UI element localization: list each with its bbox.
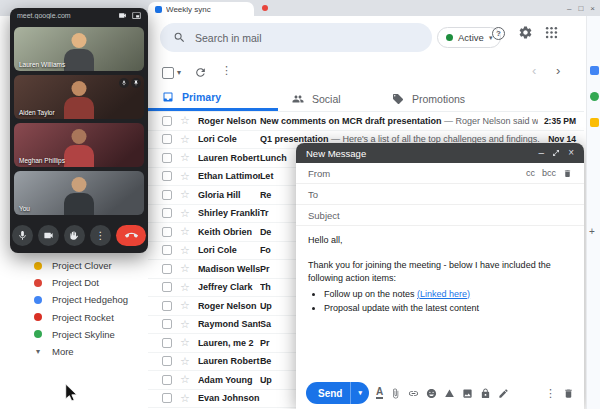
insert-link-button[interactable]: [408, 388, 419, 399]
close-icon[interactable]: ×: [568, 148, 574, 158]
insert-signature-button[interactable]: [498, 388, 509, 399]
email-checkbox[interactable]: [162, 393, 172, 403]
email-checkbox[interactable]: [162, 375, 172, 385]
formatting-button[interactable]: A: [376, 387, 383, 399]
mic-button[interactable]: [12, 225, 33, 246]
tab-primary[interactable]: Primary: [148, 86, 278, 111]
star-icon[interactable]: ☆: [180, 208, 190, 219]
email-checkbox[interactable]: [162, 282, 172, 292]
labels-more-button[interactable]: ▾ More: [34, 343, 152, 360]
star-icon[interactable]: ☆: [180, 152, 190, 163]
sidebar-label-item[interactable]: Project Rocket: [34, 309, 152, 326]
tab-promotions[interactable]: Promotions: [378, 86, 514, 111]
participant-tile[interactable]: Aiden Taylor: [14, 75, 144, 119]
window-close-button[interactable]: ×: [590, 4, 595, 13]
email-checkbox[interactable]: [162, 116, 172, 126]
sidebar-label-item[interactable]: Project Clover: [34, 257, 152, 274]
meet-window[interactable]: meet.google.com Lauren Williams Aiden Ta…: [10, 8, 148, 253]
apps-grid-icon: [544, 25, 559, 40]
compose-header[interactable]: New Message – ×: [296, 143, 584, 163]
star-icon[interactable]: ☆: [180, 300, 190, 311]
keep-icon[interactable]: [590, 118, 599, 127]
confidential-mode-button[interactable]: [480, 388, 491, 399]
sidebar-label-item[interactable]: Project Dot: [34, 274, 152, 291]
apps-grid-button[interactable]: [544, 25, 559, 40]
discard-draft-button[interactable]: [563, 388, 574, 399]
email-checkbox[interactable]: [162, 171, 172, 181]
raise-hand-button[interactable]: [64, 225, 85, 246]
compose-from-row[interactable]: From cc bcc: [296, 163, 584, 184]
star-icon[interactable]: ☆: [180, 245, 190, 256]
email-checkbox[interactable]: [162, 208, 172, 218]
star-icon[interactable]: ☆: [180, 189, 190, 200]
email-checkbox[interactable]: [162, 153, 172, 163]
action-item-text: Proposal update with the latest content: [324, 303, 479, 313]
action-item: Proposal update with the latest content: [324, 302, 572, 316]
star-icon[interactable]: ☆: [180, 282, 190, 293]
expand-icon[interactable]: [552, 149, 560, 157]
email-checkbox[interactable]: [162, 319, 172, 329]
star-icon[interactable]: ☆: [180, 356, 190, 367]
email-checkbox[interactable]: [162, 227, 172, 237]
window-maximize-button[interactable]: □: [578, 4, 583, 13]
settings-button[interactable]: [518, 25, 533, 40]
email-checkbox[interactable]: [162, 338, 172, 348]
select-all-checkbox[interactable]: [162, 67, 174, 79]
participant-tile[interactable]: Lauren Williams: [14, 27, 144, 71]
email-row[interactable]: ☆Roger NelsonNew comments on MCR draft p…: [148, 112, 584, 131]
participant-tile[interactable]: You: [14, 171, 144, 215]
attach-button[interactable]: [390, 388, 401, 399]
email-checkbox[interactable]: [162, 356, 172, 366]
window-minimize-button[interactable]: –: [567, 4, 571, 13]
insert-image-button[interactable]: [462, 388, 473, 399]
help-button[interactable]: ?: [492, 27, 505, 40]
refresh-button[interactable]: [194, 66, 207, 79]
trash-icon[interactable]: [563, 169, 572, 178]
insert-emoji-button[interactable]: [426, 388, 437, 399]
insert-drive-button[interactable]: [444, 388, 455, 399]
sidebar-label-item[interactable]: Project Hedgehog: [34, 291, 152, 308]
star-icon[interactable]: ☆: [180, 134, 190, 145]
star-icon[interactable]: ☆: [180, 393, 190, 404]
bcc-button[interactable]: bcc: [542, 168, 556, 178]
compose-more-button[interactable]: ⋮: [545, 387, 556, 400]
add-panel-button[interactable]: +: [589, 226, 595, 237]
compose-subject-row[interactable]: Subject: [296, 205, 584, 226]
star-icon[interactable]: ☆: [180, 337, 190, 348]
label-name: Project Hedgehog: [52, 294, 128, 305]
compose-to-row[interactable]: To: [296, 184, 584, 205]
send-button[interactable]: Send ▾: [306, 382, 369, 404]
email-checkbox[interactable]: [162, 301, 172, 311]
star-icon[interactable]: ☆: [180, 171, 190, 182]
minimize-icon[interactable]: –: [539, 148, 545, 158]
tab-social[interactable]: Social: [278, 86, 378, 111]
star-icon[interactable]: ☆: [180, 319, 190, 330]
chevron-left-icon[interactable]: ‹: [532, 63, 536, 78]
end-call-button[interactable]: [116, 225, 146, 246]
camera-button[interactable]: [38, 225, 59, 246]
browser-tab[interactable]: Weekly sync: [148, 2, 254, 16]
star-icon[interactable]: ☆: [180, 226, 190, 237]
meet-more-button[interactable]: ⋮: [90, 225, 111, 246]
cc-button[interactable]: cc: [526, 168, 535, 178]
send-options-caret-icon[interactable]: ▾: [351, 389, 369, 397]
more-options-button[interactable]: ⋮: [221, 64, 232, 77]
star-icon[interactable]: ☆: [180, 374, 190, 385]
star-icon[interactable]: ☆: [180, 115, 190, 126]
sidebar-label-item[interactable]: Project Skyline: [34, 326, 152, 343]
pip-icon[interactable]: [132, 11, 141, 20]
select-caret-icon[interactable]: ▾: [177, 68, 181, 77]
email-checkbox[interactable]: [162, 190, 172, 200]
calendar-icon[interactable]: [590, 66, 599, 75]
compose-window[interactable]: New Message – × From cc bcc To Subject H…: [296, 143, 584, 409]
action-item-link[interactable]: (Linked here): [417, 289, 470, 299]
compose-body[interactable]: Hello all, Thank you for joining the mee…: [296, 226, 584, 377]
email-checkbox[interactable]: [162, 134, 172, 144]
star-icon[interactable]: ☆: [180, 263, 190, 274]
call-icon[interactable]: [590, 92, 599, 101]
email-checkbox[interactable]: [162, 264, 172, 274]
email-checkbox[interactable]: [162, 245, 172, 255]
chevron-right-icon[interactable]: ›: [556, 63, 560, 78]
search-input[interactable]: Search in mail: [160, 23, 432, 52]
participant-tile[interactable]: Meghan Phillips: [14, 123, 144, 167]
